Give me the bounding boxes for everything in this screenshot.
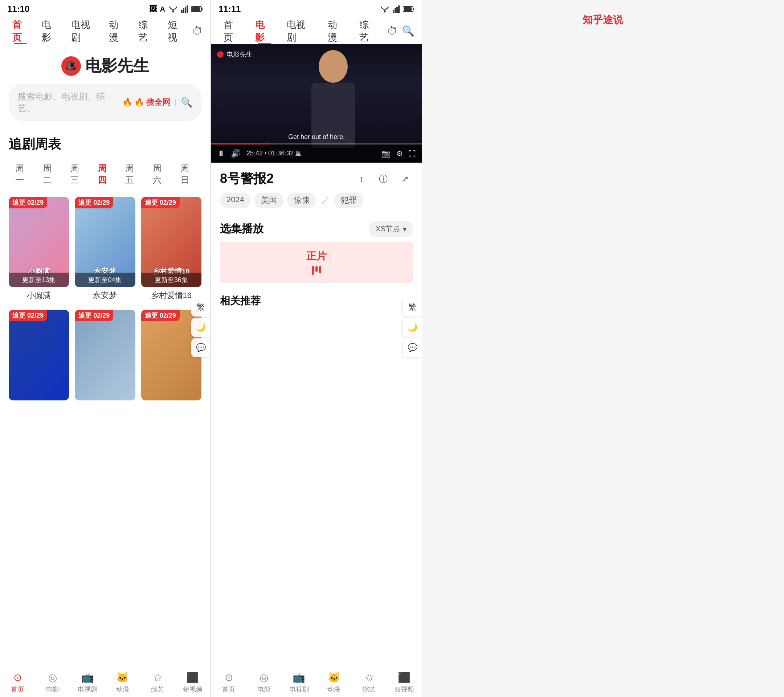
search-divider: | xyxy=(175,98,176,107)
nav-tv[interactable]: 电视剧 xyxy=(64,18,102,44)
left-float-buttons: 繁 🌙 💬 xyxy=(191,298,210,357)
play-pause-btn[interactable]: ⏸ xyxy=(217,149,225,158)
history-icon[interactable]: ⏱ xyxy=(191,23,204,39)
bnav-shortvid-label: 短视频 xyxy=(183,685,203,694)
episode-active-btn[interactable]: 正片 xyxy=(220,242,413,282)
rbnav-shortvid[interactable]: ⬛ 短视频 xyxy=(387,668,422,697)
bnav-variety[interactable]: ✩ 综艺 xyxy=(140,668,175,697)
search-placeholder: 搜索电影、电视剧、综艺、 xyxy=(18,91,118,114)
show-progress-3: 更新至36集 xyxy=(141,273,201,287)
show-card-1[interactable]: 追更 02/29 小圆满 更新至13集 小圆满 xyxy=(9,197,69,304)
a-status-icon: A xyxy=(160,5,165,13)
rbnav-tv-icon: 📺 xyxy=(293,672,305,684)
search-submit-icon[interactable]: 🔍 xyxy=(181,97,193,108)
search-hot-label[interactable]: 🔥 🔥 搜全网 xyxy=(122,97,170,108)
history-icon-r[interactable]: ⏱ xyxy=(384,23,400,39)
rnav-home[interactable]: 首页 xyxy=(217,18,249,44)
svg-rect-10 xyxy=(395,8,396,13)
left-content: 🎩 电影先生 搜索电影、电视剧、综艺、 🔥 🔥 搜全网 | 🔍 追剧周表 周一 … xyxy=(0,44,210,697)
movie-info: 8号警报2 ↕ ⓘ ↗ 2024 美国 惊悚 ／ 犯罪 xyxy=(211,163,422,215)
float-night-btn[interactable]: 🌙 xyxy=(191,318,210,337)
rbnav-anime-label: 动漫 xyxy=(328,685,341,694)
bnav-movie[interactable]: ◎ 电影 xyxy=(35,668,71,697)
tab-sunday[interactable]: 周日 xyxy=(174,159,201,189)
bnav-anime[interactable]: 🐱 动漫 xyxy=(105,668,140,697)
tab-wednesday[interactable]: 周三 xyxy=(64,159,91,189)
volume-btn[interactable]: 🔊 xyxy=(231,149,240,158)
rbnav-variety[interactable]: ✩ 综艺 xyxy=(352,668,387,697)
rnav-anime[interactable]: 动漫 xyxy=(321,18,353,44)
right-nav: 首页 电影 电视剧 动漫 综艺 ⏱ 🔍 xyxy=(211,18,422,44)
nav-movie[interactable]: 电影 xyxy=(35,18,64,44)
video-subtitle: Get her out of here. xyxy=(288,133,345,141)
left-time: 11:10 xyxy=(7,4,30,14)
logo-hat-icon: 🎩 xyxy=(61,56,81,76)
rbnav-variety-icon: ✩ xyxy=(365,672,374,684)
sort-btn[interactable]: ↕ xyxy=(354,171,369,187)
show-badge-1: 追更 02/29 xyxy=(9,197,47,208)
movie-genre1[interactable]: 惊悚 xyxy=(287,193,316,208)
svg-rect-7 xyxy=(192,7,200,11)
show-card-4[interactable]: 追更 02/29 xyxy=(9,310,69,400)
svg-point-0 xyxy=(172,11,174,13)
rfloat-comment-btn[interactable]: 💬 xyxy=(403,338,422,357)
float-traditional-btn[interactable]: 繁 xyxy=(191,298,210,316)
svg-rect-3 xyxy=(185,7,186,13)
tab-tuesday[interactable]: 周二 xyxy=(36,159,64,189)
bnav-tv[interactable]: 📺 电视剧 xyxy=(70,668,105,697)
bnav-movie-label: 电影 xyxy=(46,685,59,694)
nav-short[interactable]: 短视 xyxy=(161,18,191,44)
fullscreen-btn[interactable]: ⛶ xyxy=(409,150,416,158)
show-card-3[interactable]: 追更 02/29 乡村爱情16 更新至36集 乡村爱情16 xyxy=(141,197,201,304)
show-poster-3: 追更 02/29 乡村爱情16 更新至36集 xyxy=(141,197,201,287)
rnav-variety[interactable]: 综艺 xyxy=(353,18,384,44)
settings-btn[interactable]: ⚙ xyxy=(396,149,403,158)
tab-monday[interactable]: 周一 xyxy=(9,159,36,189)
right-time: 11:11 xyxy=(219,4,240,14)
signal-icon-r xyxy=(393,5,400,13)
rbnav-shortvid-icon: ⬛ xyxy=(398,672,410,684)
show-poster-4: 追更 02/29 xyxy=(9,310,69,400)
section-title-week: 追剧周表 xyxy=(0,132,210,159)
search-icon-r[interactable]: 🔍 xyxy=(400,23,416,39)
video-player[interactable]: 电影先生 Get her out of here. ⏸ 🔊 25:42 / 01… xyxy=(211,44,422,163)
movie-year[interactable]: 2024 xyxy=(220,193,251,208)
episode-filter-btn[interactable]: XS节点 ▾ xyxy=(369,221,413,237)
left-status-icons: 🖼 A xyxy=(149,4,203,14)
tab-saturday[interactable]: 周六 xyxy=(146,159,174,189)
rbnav-movie[interactable]: ◎ 电影 xyxy=(247,668,282,697)
show-badge-4: 追更 02/29 xyxy=(9,310,47,321)
tab-thursday[interactable]: 周四 xyxy=(91,159,119,189)
rbnav-movie-icon: ◎ xyxy=(260,672,268,684)
rfloat-traditional-btn[interactable]: 繁 xyxy=(403,298,422,316)
screenshot-btn[interactable]: 📷 xyxy=(382,149,390,158)
rnav-movie[interactable]: 电影 xyxy=(249,18,280,44)
movie-country[interactable]: 美国 xyxy=(254,193,283,208)
bnav-home[interactable]: ⊙ 首页 xyxy=(0,668,35,697)
rbnav-anime[interactable]: 🐱 动漫 xyxy=(316,668,352,697)
rfloat-night-btn[interactable]: 🌙 xyxy=(403,318,422,337)
rbnav-home[interactable]: ⊙ 首页 xyxy=(211,668,247,697)
signal-icon xyxy=(181,5,188,13)
float-comment-btn[interactable]: 💬 xyxy=(191,338,210,357)
video-watermark: 电影先生 xyxy=(217,50,253,59)
rbnav-tv[interactable]: 📺 电视剧 xyxy=(281,668,316,697)
rbnav-movie-label: 电影 xyxy=(257,685,270,694)
svg-rect-11 xyxy=(396,7,398,13)
movie-genre2[interactable]: 犯罪 xyxy=(334,193,363,208)
show-poster-5: 追更 02/29 xyxy=(75,310,135,400)
svg-point-8 xyxy=(384,11,386,13)
show-card-2[interactable]: 追更 02/29 永安梦 更新至04集 永安梦 xyxy=(75,197,135,304)
left-screen: 11:10 🖼 A 首页 电影 电视剧 动漫 综艺 短视 ⏱ 🎩 xyxy=(0,0,211,697)
bnav-shortvid[interactable]: ⬛ 短视频 xyxy=(175,668,211,697)
tab-friday[interactable]: 周五 xyxy=(119,159,146,189)
nav-variety[interactable]: 综艺 xyxy=(132,18,161,44)
nav-anime[interactable]: 动漫 xyxy=(102,18,132,44)
search-box[interactable]: 搜索电影、电视剧、综艺、 🔥 🔥 搜全网 | 🔍 xyxy=(9,84,201,121)
bnav-home-label: 首页 xyxy=(11,685,24,694)
rnav-tv[interactable]: 电视剧 xyxy=(280,18,321,44)
nav-home[interactable]: 首页 xyxy=(6,18,35,44)
info-btn[interactable]: ⓘ xyxy=(375,171,391,187)
show-card-5[interactable]: 追更 02/29 xyxy=(75,310,135,400)
share-btn[interactable]: ↗ xyxy=(397,171,413,187)
